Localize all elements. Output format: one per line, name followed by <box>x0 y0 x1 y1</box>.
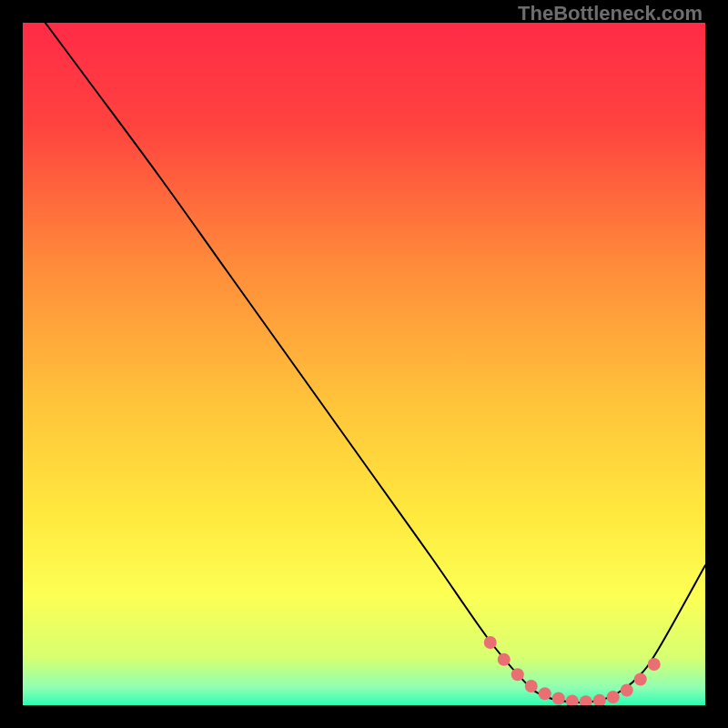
optimal-zone-dot <box>552 693 565 705</box>
optimal-zone-dot <box>511 668 524 681</box>
optimal-zone-dot <box>539 687 551 700</box>
gradient-background <box>23 23 705 705</box>
optimal-zone-dot <box>525 680 538 693</box>
optimal-zone-dot <box>498 653 511 666</box>
watermark-text: TheBottleneck.com <box>518 2 703 25</box>
chart-svg <box>23 23 705 705</box>
optimal-zone-dot <box>607 691 620 703</box>
optimal-zone-dot <box>484 636 497 649</box>
optimal-zone-dot <box>621 684 633 697</box>
optimal-zone-dot <box>634 673 647 686</box>
chart-plot-area <box>23 23 705 705</box>
optimal-zone-dot <box>648 658 661 671</box>
